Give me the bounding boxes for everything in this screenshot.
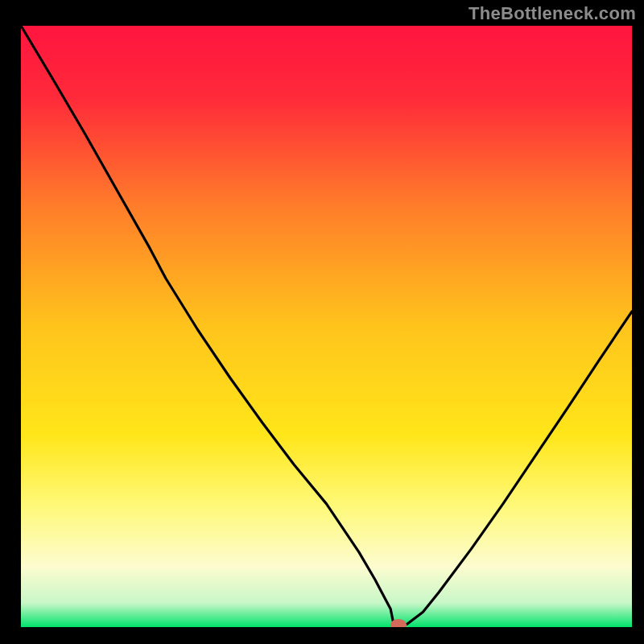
minimum-marker — [390, 619, 407, 630]
chart-frame: TheBottleneck.com — [0, 0, 644, 644]
bottleneck-chart — [0, 0, 644, 644]
watermark-text: TheBottleneck.com — [469, 3, 636, 24]
plot-background — [21, 26, 632, 627]
